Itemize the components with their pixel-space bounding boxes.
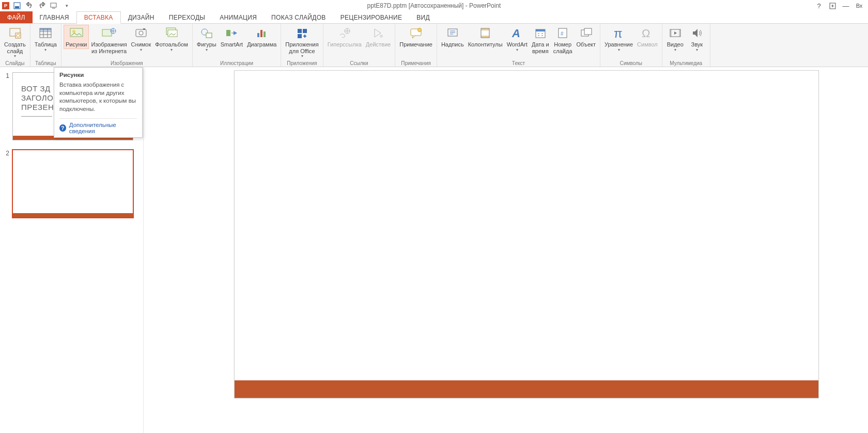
cmd-online-pictures[interactable]: Изображения из Интернета <box>89 25 129 55</box>
tooltip-body: Вставка изображения с компьютера или дру… <box>59 81 137 113</box>
apps-icon <box>295 26 309 40</box>
cmd-photo-album[interactable]: Фотоальбом ▾ <box>153 25 190 52</box>
cmd-label: Номер слайда <box>553 41 572 54</box>
svg-point-10 <box>72 30 75 33</box>
cmd-header-footer[interactable]: Колонтитулы <box>466 25 505 49</box>
svg-rect-46 <box>670 29 672 37</box>
group-links: Гиперссылка Действие Ссылки <box>323 24 396 67</box>
cmd-label: Видео <box>667 41 684 48</box>
cmd-wordart[interactable]: A WordArt ▾ <box>505 25 530 52</box>
qat-start-icon[interactable] <box>50 1 59 10</box>
hyperlink-icon <box>337 26 352 40</box>
audio-icon <box>690 26 704 40</box>
cmd-label: Создать слайд <box>4 41 26 54</box>
action-icon <box>371 26 385 40</box>
qat-save-icon[interactable] <box>12 1 22 10</box>
svg-marker-48 <box>674 31 677 35</box>
cmd-hyperlink: Гиперссылка <box>326 25 364 49</box>
tooltip-link-label: Дополнительные сведения <box>69 122 137 134</box>
dropdown-arrow-icon: ▾ <box>140 49 142 52</box>
cmd-label: Гиперссылка <box>328 41 362 48</box>
cmd-label: Действие <box>366 41 391 48</box>
tab-file[interactable]: ФАЙЛ <box>0 11 33 23</box>
object-icon <box>579 26 593 40</box>
svg-rect-9 <box>70 28 83 37</box>
cmd-chart[interactable]: Диаграмма <box>245 25 278 49</box>
cmd-shapes[interactable]: Фигуры ▾ <box>195 25 219 52</box>
thumbnail-2[interactable]: 2 <box>3 150 138 218</box>
tab-review[interactable]: РЕЦЕНЗИРОВАНИЕ <box>333 11 410 23</box>
tab-insert[interactable]: ВСТАВКА <box>76 11 121 24</box>
cmd-label: Приложения для Office <box>285 41 318 54</box>
cmd-datetime[interactable]: Дата и время <box>530 25 551 55</box>
cmd-label: WordArt <box>507 41 528 48</box>
dropdown-arrow-icon: ▾ <box>516 49 518 52</box>
cmd-label: Фигуры <box>197 41 216 48</box>
svg-rect-23 <box>260 30 262 37</box>
group-comments: Примечание Примечания <box>395 24 437 67</box>
cmd-label: Надпись <box>441 41 464 48</box>
svg-point-31 <box>418 28 422 32</box>
svg-marker-21 <box>234 31 237 35</box>
titlebar: P ▾ pptE87D.pptm [Автосохраненный] - Pow… <box>0 0 868 11</box>
cmd-video[interactable]: Видео ▾ <box>664 25 686 52</box>
signin-label[interactable]: Вх <box>855 1 864 10</box>
cmd-apps-office[interactable]: Приложения для Office ▾ <box>283 25 320 59</box>
cmd-table[interactable]: Таблица ▾ <box>33 25 59 52</box>
cmd-label: Примечание <box>399 41 432 48</box>
cmd-audio[interactable]: Звук ▾ <box>686 25 708 52</box>
tab-design[interactable]: ДИЗАЙН <box>121 11 162 23</box>
cmd-textbox[interactable]: Надпись <box>439 25 466 49</box>
svg-text:π: π <box>614 26 623 40</box>
screenshot-icon <box>134 26 148 40</box>
tab-slideshow[interactable]: ПОКАЗ СЛАЙДОВ <box>264 11 333 23</box>
tab-home[interactable]: ГЛАВНАЯ <box>33 11 76 23</box>
group-media: Видео ▾ Звук ▾ Мультимедиа <box>662 24 710 67</box>
cmd-slide-number[interactable]: # Номер слайда <box>551 25 575 55</box>
cmd-screenshot[interactable]: Снимок ▾ <box>129 25 153 52</box>
svg-rect-22 <box>257 33 259 37</box>
svg-rect-11 <box>102 29 112 36</box>
dropdown-arrow-icon: ▾ <box>696 49 698 52</box>
svg-point-14 <box>139 31 143 35</box>
svg-rect-8 <box>40 28 51 30</box>
cmd-comment[interactable]: Примечание <box>397 25 435 49</box>
cmd-label: Снимок <box>131 41 151 48</box>
tab-animation[interactable]: АНИМАЦИЯ <box>212 11 264 23</box>
thumb-preview[interactable] <box>12 150 133 218</box>
header-footer-icon <box>478 26 492 40</box>
cmd-action: Действие <box>364 25 393 49</box>
group-label: Таблицы <box>35 59 56 67</box>
cmd-object[interactable]: Объект <box>575 25 598 49</box>
cmd-label: Фотоальбом <box>155 41 188 48</box>
cmd-symbol: Ω Символ <box>635 25 660 49</box>
qat-redo-icon[interactable] <box>37 1 47 10</box>
svg-rect-38 <box>536 29 545 31</box>
cmd-label: Таблица <box>35 41 57 48</box>
cmd-label: Диаграмма <box>247 41 276 48</box>
picture-icon <box>69 26 84 40</box>
cmd-label: Рисунки <box>66 41 87 48</box>
group-label: Ссылки <box>350 59 368 67</box>
online-pictures-icon <box>102 26 116 40</box>
help-icon[interactable]: ? <box>814 1 824 10</box>
cmd-label: Символ <box>637 41 658 48</box>
thumb-number: 2 <box>3 150 9 218</box>
qat-undo-icon[interactable] <box>25 1 34 10</box>
ribbon-display-icon[interactable] <box>828 1 837 10</box>
qat-customize-icon[interactable]: ▾ <box>62 1 71 10</box>
slide-canvas[interactable] <box>234 70 819 398</box>
svg-rect-35 <box>481 36 489 38</box>
cmd-smartart[interactable]: SmartArt <box>219 25 245 49</box>
svg-rect-26 <box>303 29 307 33</box>
cmd-new-slide[interactable]: Создать слайд ▾ <box>2 25 28 59</box>
svg-point-29 <box>380 35 383 38</box>
minimize-icon[interactable]: — <box>841 1 850 10</box>
cmd-pictures[interactable]: Рисунки <box>64 25 89 49</box>
svg-rect-15 <box>143 28 145 30</box>
wordart-icon: A <box>510 26 524 40</box>
tab-view[interactable]: ВИД <box>409 11 437 23</box>
cmd-equation[interactable]: π Уравнение ▾ <box>602 25 635 52</box>
tab-transitions[interactable]: ПЕРЕХОДЫ <box>162 11 212 23</box>
tooltip-more-link[interactable]: ? Дополнительные сведения <box>59 118 137 134</box>
